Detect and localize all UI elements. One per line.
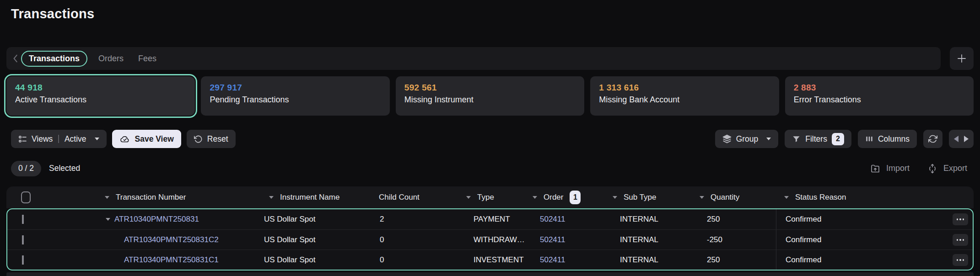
tab-orders[interactable]: Orders: [91, 51, 131, 66]
tab-bar: Transactions Orders Fees: [6, 47, 974, 70]
stat-card-missing-bank-account[interactable]: 1 313 616 Missing Bank Account: [590, 76, 779, 116]
column-header-sub-type[interactable]: Sub Type: [613, 193, 700, 202]
column-label: Instrument Name: [280, 193, 339, 202]
quantity-cell: 250: [700, 255, 776, 265]
columns-icon: [865, 135, 873, 143]
row-menu-button[interactable]: [953, 254, 968, 266]
filter-funnel-icon: [792, 135, 801, 143]
chevron-page-left-icon[interactable]: [954, 136, 958, 142]
selection-label: Selected: [49, 164, 80, 173]
stat-card-pending-transactions[interactable]: 297 917 Pending Transactions: [201, 76, 389, 116]
child-count-cell: 2: [373, 215, 467, 224]
chevron-down-icon: [766, 138, 771, 140]
row-checkbox[interactable]: [22, 235, 24, 244]
column-header-child-count[interactable]: Child Count: [372, 193, 466, 202]
table-header: Transaction Number Instrument Name Child…: [6, 186, 974, 208]
stat-label: Active Transactions: [15, 95, 186, 105]
table-row[interactable]: ATR10340PMNT250831 US Dollar Spot 2 PAYM…: [7, 209, 973, 229]
add-tab-button[interactable]: [950, 47, 974, 70]
order-link[interactable]: 502411: [540, 215, 565, 223]
import-button[interactable]: Import: [870, 163, 910, 174]
child-count-cell: 0: [373, 255, 467, 265]
column-menu-caret-icon[interactable]: [269, 196, 274, 199]
row-checkbox[interactable]: [22, 215, 24, 224]
reset-label: Reset: [207, 134, 228, 144]
chevron-down-icon: [95, 138, 99, 140]
divider: [58, 135, 59, 143]
transaction-number-link[interactable]: ATR10340PMNT250831C1: [124, 255, 219, 265]
selection-row: 0 / 2 Selected Import Export: [11, 160, 967, 176]
pager-button[interactable]: [949, 130, 974, 148]
status-reason-cell: Confirmed: [776, 230, 950, 250]
next-table-row-partial: [6, 272, 974, 276]
refresh-icon: [928, 134, 937, 143]
filters-label: Filters: [805, 134, 827, 144]
column-header-order[interactable]: Order 1: [533, 191, 613, 204]
stat-card-active-transactions[interactable]: 44 918 Active Transactions: [6, 76, 195, 116]
views-label: Views: [32, 134, 53, 144]
column-label: Child Count: [379, 193, 420, 202]
group-label: Group: [736, 134, 759, 144]
column-label: Status Reason: [795, 193, 846, 202]
column-menu-caret-icon[interactable]: [466, 196, 471, 199]
reset-button[interactable]: Reset: [187, 130, 236, 148]
column-header-quantity[interactable]: Quantity: [700, 193, 775, 202]
sort-order-badge: 1: [570, 191, 581, 204]
table-row[interactable]: ATR10340PMNT250831C1 US Dollar Spot 0 IN…: [7, 249, 973, 270]
tab-transactions[interactable]: Transactions: [21, 51, 87, 67]
save-view-label: Save View: [135, 134, 174, 144]
cloud-check-icon: [119, 134, 130, 143]
columns-button[interactable]: Columns: [858, 130, 917, 148]
stat-card-error-transactions[interactable]: 2 883 Error Transactions: [785, 76, 974, 116]
type-cell: WITHDRAW…: [467, 235, 533, 244]
views-selector-button[interactable]: Views Active: [11, 130, 107, 148]
column-menu-caret-icon[interactable]: [105, 196, 109, 199]
refresh-button[interactable]: [923, 130, 942, 148]
group-button[interactable]: Group: [715, 130, 779, 148]
column-label: Quantity: [711, 193, 739, 202]
column-header-status-reason[interactable]: Status Reason: [775, 193, 949, 202]
column-menu-caret-icon[interactable]: [613, 196, 617, 199]
selection-count-pill: 0 / 2: [11, 161, 41, 176]
row-menu-button[interactable]: [953, 234, 968, 246]
expand-row-caret-icon[interactable]: [106, 218, 110, 221]
stat-value: 2 883: [794, 83, 965, 93]
tab-fees[interactable]: Fees: [131, 51, 164, 66]
import-export-group: Import Export: [870, 163, 967, 174]
transaction-number-link[interactable]: ATR10340PMNT250831C2: [124, 235, 219, 244]
row-menu-button[interactable]: [953, 213, 968, 225]
column-menu-caret-icon[interactable]: [700, 196, 704, 199]
transaction-number-link[interactable]: ATR10340PMNT250831: [114, 215, 199, 224]
quantity-cell: -250: [700, 235, 776, 244]
column-header-type[interactable]: Type: [466, 193, 533, 202]
order-link[interactable]: 502411: [540, 235, 565, 244]
stat-card-missing-instrument[interactable]: 592 561 Missing Instrument: [396, 76, 584, 116]
chevron-page-right-icon[interactable]: [964, 136, 969, 142]
column-label: Sub Type: [624, 193, 657, 202]
import-label: Import: [886, 164, 910, 173]
column-label: Transaction Number: [116, 193, 186, 202]
layers-icon: [722, 134, 732, 143]
column-menu-caret-icon[interactable]: [533, 196, 537, 199]
column-header-instrument-name[interactable]: Instrument Name: [263, 193, 372, 202]
list-icon: [18, 135, 27, 143]
column-header-transaction-number[interactable]: Transaction Number: [80, 193, 263, 202]
column-menu-caret-icon[interactable]: [784, 196, 789, 199]
export-label: Export: [943, 164, 967, 173]
stat-label: Missing Bank Account: [599, 95, 770, 105]
filters-button[interactable]: Filters 2: [785, 130, 851, 148]
save-view-button[interactable]: Save View: [112, 130, 181, 148]
columns-label: Columns: [878, 134, 910, 144]
select-all-checkbox[interactable]: [21, 191, 31, 203]
export-button[interactable]: Export: [927, 163, 967, 174]
status-reason-cell: Confirmed: [776, 209, 950, 229]
stat-label: Pending Transactions: [210, 95, 381, 105]
row-checkbox[interactable]: [22, 255, 24, 265]
type-cell: PAYMENT: [467, 215, 533, 224]
stat-value: 44 918: [15, 83, 186, 93]
chevron-left-icon[interactable]: [13, 54, 18, 63]
table-row[interactable]: ATR10340PMNT250831C2 US Dollar Spot 0 WI…: [7, 229, 973, 249]
sub-type-cell: INTERNAL: [614, 255, 700, 265]
order-link[interactable]: 502411: [540, 255, 565, 264]
table-toolbar: Views Active Save View Reset Group Filte…: [11, 130, 974, 148]
